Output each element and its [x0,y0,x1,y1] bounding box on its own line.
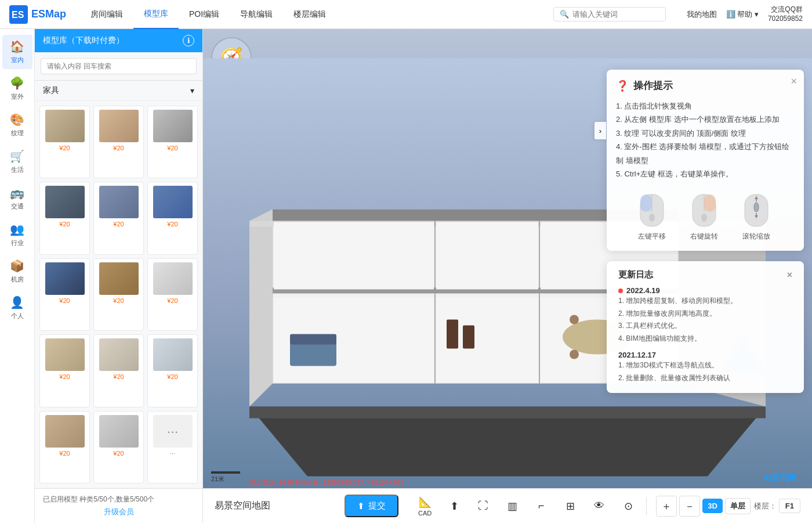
sidebar-item-outdoor[interactable]: 🌳 室外 [2,71,32,106]
model-thumb [153,110,193,142]
nav-item-room[interactable]: 房间编辑 [80,0,133,29]
svg-rect-37 [640,194,652,212]
model-price: ¥20 [59,221,70,228]
view-btn[interactable]: 👁 [585,496,614,515]
model-price: ¥20 [113,373,124,380]
logo[interactable]: ES ESMap [9,5,66,24]
submit-btn[interactable]: ⬆ 提交 [345,495,398,517]
mode-3d-btn[interactable]: 3D [702,499,723,513]
model-item[interactable]: ¥20 [39,258,90,331]
model-thumb [99,186,139,218]
zoom-out-btn[interactable]: － [679,496,700,517]
model-price: ¥20 [59,450,70,457]
model-thumb: ··· [153,415,193,448]
nav-item-model[interactable]: 模型库 [133,0,179,29]
edit-btn[interactable]: ⊙ [614,496,643,516]
personal-icon: 👤 [10,295,24,309]
wall-icon: ⌐ [538,500,545,512]
model-item[interactable]: ¥20 [39,182,90,254]
nav-item-nav[interactable]: 导航编辑 [230,0,283,29]
hint-icon: ❓ [616,80,629,92]
svg-marker-6 [249,210,273,407]
model-item[interactable]: ¥20 [39,411,90,484]
zoom-in-btn[interactable]: ＋ [656,496,677,517]
mouse-right-icon [690,189,719,229]
map-title: 易景空间地图 [215,500,270,512]
my-map-btn[interactable]: 我的地图 [687,9,717,20]
mode-layer-btn[interactable]: 单层 [725,498,751,514]
model-item[interactable]: ¥20 [39,106,90,178]
model-item[interactable]: ¥20 [93,258,144,331]
model-item[interactable]: ¥20 [93,182,144,254]
column-btn[interactable]: ▥ [498,496,527,516]
chevron-down-icon: ▾ [190,86,194,95]
changelog-close-btn[interactable]: × [787,270,792,280]
model-item[interactable]: ¥20 [93,106,144,178]
nav-item-poi[interactable]: POI编辑 [179,0,230,29]
svg-rect-25 [290,334,336,345]
svg-rect-27 [463,326,474,349]
search-input[interactable] [572,10,659,19]
sidebar-item-indoor[interactable]: 🏠 室内 [2,35,32,69]
model-price: ¥20 [113,450,124,457]
sidebar-item-life[interactable]: 🛒 生活 [2,145,32,179]
model-item[interactable]: ¥20 [93,411,144,484]
svg-point-29 [570,315,579,324]
model-price: ¥20 [167,297,177,304]
model-price: ¥20 [167,145,177,152]
model-item[interactable]: ¥20 [147,106,198,178]
model-item[interactable]: ······ [147,411,198,484]
wall-btn[interactable]: ⌐ [527,496,556,515]
edit-icon: ⊙ [624,500,633,513]
upgrade-btn[interactable]: 升级会员 [43,507,194,517]
sidebar-item-texture[interactable]: 🎨 纹理 [2,108,32,142]
grid-btn[interactable]: ⊞ [556,496,585,516]
mouse-left-icon [637,189,666,229]
model-thumb [153,186,193,218]
model-thumb [45,186,85,218]
sidebar-item-industry[interactable]: 👥 行业 [2,218,32,252]
model-thumb [99,110,139,142]
model-search-input[interactable] [41,58,197,74]
model-price: ¥20 [59,373,70,380]
upload-icon: ⬆ [357,501,365,511]
model-thumb [99,338,139,371]
industry-icon: 👥 [10,222,24,236]
model-price: ··· [170,450,175,457]
svg-rect-41 [704,194,716,212]
sidebar-item-personal[interactable]: 👤 个人 [2,291,32,325]
model-item[interactable]: ¥20 [147,334,198,407]
changelog-entry-3: 3. 工具栏样式优化。 [618,320,792,333]
info-icon[interactable]: ℹ [183,35,194,46]
changelog-entry-2: 2. 增加批量修改房间离地高度。 [618,308,792,320]
sidebar-item-datacenter[interactable]: 📦 机房 [2,254,32,288]
nav-item-floor[interactable]: 楼层编辑 [283,0,336,29]
model-item[interactable]: ¥20 [39,334,90,407]
svg-point-31 [570,350,579,359]
model-price: ¥20 [167,373,177,380]
help-btn[interactable]: ℹ️ 帮助 ▾ [726,9,759,20]
hint-item-3: 3. 纹理 可以改变房间的 顶面/侧面 纹理 [616,127,792,140]
model-panel-footer: 已启用模型 种类5/50个,数量5/500个 升级会员 [35,488,202,523]
model-item[interactable]: ¥20 [147,258,198,331]
ai-logo-watermark: AI资讯网 [763,470,804,485]
model-price: ¥20 [113,221,124,228]
hint-item-1: 1. 点击指北针恢复视角 [616,99,792,113]
eye-icon: 👁 [594,500,604,512]
changelog-entry-1: 1. 增加跨楼层复制、移动房间和模型。 [618,295,792,308]
hint-panel: × ❓ 操作提示 1. 点击指北针恢复视角 2. 从左侧 模型库 选中一个模型放… [607,70,804,251]
model-item[interactable]: ¥20 [147,182,198,254]
grid-icon: ⊞ [566,500,575,513]
floor-value[interactable]: F1 [779,499,800,513]
sidebar-item-transport[interactable]: 🚌 交通 [2,181,32,215]
viewport[interactable]: 🧭 [203,29,812,523]
model-category: 家具 ▾ [35,81,202,101]
select-btn[interactable]: ⬆ [440,496,469,516]
panel-collapse-arrow[interactable]: › [594,122,606,139]
model-item[interactable]: ¥20 [93,334,144,407]
hint-title: ❓ 操作提示 [616,79,792,92]
fullscreen-btn[interactable]: ⛶ [469,496,498,515]
hint-item-5: 5. Ctrl+左键 框选，右键菜单操作。 [616,167,792,181]
cad-btn[interactable]: 📐 CAD [410,492,440,520]
hint-close-btn[interactable]: × [791,75,797,88]
